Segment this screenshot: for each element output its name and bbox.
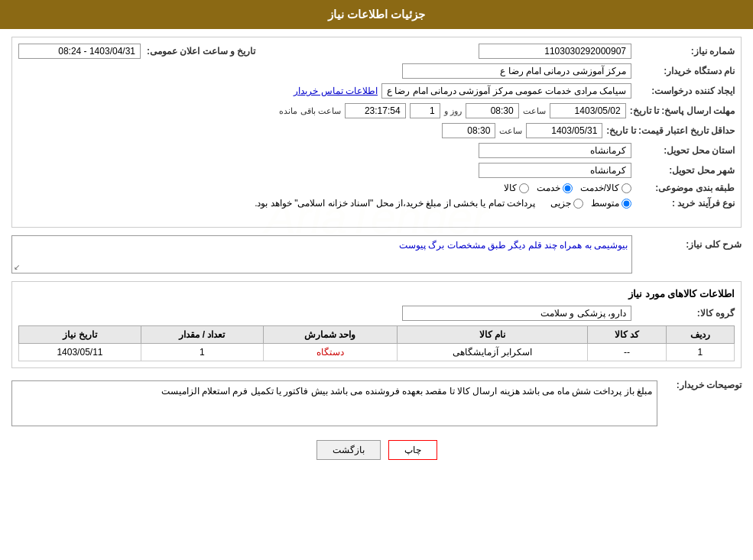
th-code: کد کالا: [588, 326, 666, 344]
announcement-date-value: 1403/04/31 - 08:24: [18, 44, 141, 59]
table-header-row: ردیف کد کالا نام کالا واحد شمارش تعداد /…: [19, 326, 735, 344]
row-process: نوع فرآیند خرید : متوسط جزیی پرداخت تمام…: [18, 198, 735, 209]
type-radio-khedmat[interactable]: [563, 183, 573, 193]
buyer-name-value: مرکز آموزشی درمانی امام رضا ع: [402, 63, 631, 79]
cell-row: 1: [666, 344, 734, 361]
requester-value: سیامک مرادی خدمات عمومی مرکز آموزشی درما…: [381, 83, 631, 99]
goods-table: ردیف کد کالا نام کالا واحد شمارش تعداد /…: [18, 325, 735, 361]
process-option-jozei: جزیی: [550, 198, 583, 209]
type-option-kala: کالا: [504, 183, 529, 193]
th-row: ردیف: [666, 326, 734, 344]
buyer-name-label: نام دستگاه خریدار:: [635, 66, 735, 76]
process-note: پرداخت تمام یا بخشی از مبلغ خرید،از محل …: [255, 198, 535, 209]
process-radio-group: متوسط جزیی: [550, 198, 631, 209]
process-label: نوع فرآیند خرید :: [635, 198, 735, 209]
type-radio-kala-khedmat[interactable]: [622, 183, 631, 193]
row-response-deadline: مهلت ارسال پاسخ: تا تاریخ: 1403/05/02 سا…: [18, 103, 735, 118]
need-number-value: 1103030292000907: [479, 44, 631, 59]
row-price-validity: حداقل تاریخ اعتبار قیمت: تا تاریخ: 1403/…: [18, 123, 735, 138]
city-label: شهر محل تحویل:: [635, 165, 735, 176]
row-requester: ایجاد کننده درخواست: سیامک مرادی خدمات ع…: [18, 83, 735, 99]
process-option-jozei-label: جزیی: [550, 198, 571, 209]
cell-name: اسکرابر آزمایشگاهی: [397, 344, 588, 361]
type-option-kala-khedmat-label: کالا/خدمت: [580, 183, 619, 193]
response-deadline-days: 1: [410, 103, 440, 118]
page-header: جزئیات اطلاعات نیاز: [0, 0, 753, 29]
supplier-notes-value: مبلغ باز پرداخت شش ماه می باشد هزینه ارس…: [11, 380, 657, 426]
th-unit: واحد شمارش: [263, 326, 397, 344]
table-row: 1 -- اسکرابر آزمایشگاهی دستگاه 1 1403/05…: [19, 344, 735, 361]
announcement-date-label: تاریخ و ساعت اعلان عمومی:: [147, 46, 255, 57]
th-date: تاریخ نیاز: [19, 326, 141, 344]
province-value: کرمانشاه: [479, 143, 631, 158]
response-deadline-remaining: 23:17:54: [345, 103, 406, 118]
response-deadline-label: مهلت ارسال پاسخ: تا تاریخ:: [630, 105, 735, 116]
description-label: شرح کلی نیاز:: [642, 239, 742, 250]
requester-contact-link[interactable]: اطلاعات تماس خریدار: [294, 86, 378, 96]
description-value: بیوشیمی به همراه چند قلم دیگر طبق مشخصات…: [11, 235, 632, 274]
description-section: شرح کلی نیاز: بیوشیمی به همراه چند قلم د…: [11, 235, 742, 274]
price-validity-time-label: ساعت: [499, 126, 522, 136]
cell-date: 1403/05/11: [19, 344, 141, 361]
process-option-motavasset: متوسط: [591, 198, 631, 209]
page-title: جزئیات اطلاعات نیاز: [328, 8, 425, 21]
row-city: شهر محل تحویل: کرمانشاه: [18, 163, 735, 178]
response-deadline-time: 08:30: [466, 103, 519, 118]
group-row: گروه کالا: دارو، پزشکی و سلامت: [18, 306, 735, 321]
group-value: دارو، پزشکی و سلامت: [402, 306, 631, 321]
cell-count: 1: [141, 344, 263, 361]
response-deadline-days-label: روز و: [444, 106, 462, 116]
process-option-motavasset-label: متوسط: [591, 198, 619, 209]
cell-unit: دستگاه: [263, 344, 397, 361]
supplier-notes-wrapper: توصیحات خریدار: مبلغ باز پرداخت شش ماه م…: [11, 376, 742, 426]
footer-buttons: چاپ بازگشت: [11, 432, 742, 475]
th-name: نام کالا: [397, 326, 588, 344]
response-deadline-time-label: ساعت: [523, 106, 546, 116]
row-buyer-name: نام دستگاه خریدار: مرکز آموزشی درمانی ام…: [18, 63, 735, 79]
province-label: استان محل تحویل:: [635, 145, 735, 156]
price-validity-label: حداقل تاریخ اعتبار قیمت: تا تاریخ:: [606, 125, 735, 136]
main-info-section: شماره نیاز: 1103030292000907 تاریخ و ساع…: [11, 37, 742, 228]
type-radio-group: کالا/خدمت خدمت کالا: [504, 183, 631, 193]
goods-title: اطلاعات کالاهای مورد نیاز: [18, 288, 735, 299]
requester-label: ایجاد کننده درخواست:: [635, 86, 735, 96]
type-option-khedmat: خدمت: [537, 183, 573, 193]
price-validity-time: 08:30: [442, 123, 495, 138]
cell-code: --: [588, 344, 666, 361]
print-button[interactable]: چاپ: [388, 440, 437, 460]
response-deadline-date: 1403/05/02: [550, 103, 626, 118]
group-label: گروه کالا:: [635, 308, 735, 319]
process-radio-motavasset[interactable]: [622, 199, 631, 209]
supplier-notes-label: توصیحات خریدار:: [665, 380, 742, 390]
type-option-kala-khedmat: کالا/خدمت: [580, 183, 631, 193]
type-option-khedmat-label: خدمت: [537, 183, 560, 193]
response-deadline-remaining-label: ساعت باقی مانده: [279, 106, 340, 116]
row-province: استان محل تحویل: کرمانشاه: [18, 143, 735, 158]
need-number-label: شماره نیاز:: [635, 46, 735, 57]
th-count: تعداد / مقدار: [141, 326, 263, 344]
type-option-kala-label: کالا: [504, 183, 517, 193]
row-type: طبقه بندی موضوعی: کالا/خدمت خدمت کالا: [18, 183, 735, 193]
type-radio-kala[interactable]: [519, 183, 529, 193]
city-value: کرمانشاه: [479, 163, 631, 178]
row-need-number: شماره نیاز: 1103030292000907 تاریخ و ساع…: [18, 44, 735, 59]
type-label: طبقه بندی موضوعی:: [635, 183, 735, 193]
price-validity-date: 1403/05/31: [526, 123, 602, 138]
goods-section: اطلاعات کالاهای مورد نیاز گروه کالا: دار…: [11, 281, 742, 368]
back-button[interactable]: بازگشت: [316, 440, 381, 460]
process-radio-jozei[interactable]: [573, 199, 583, 209]
